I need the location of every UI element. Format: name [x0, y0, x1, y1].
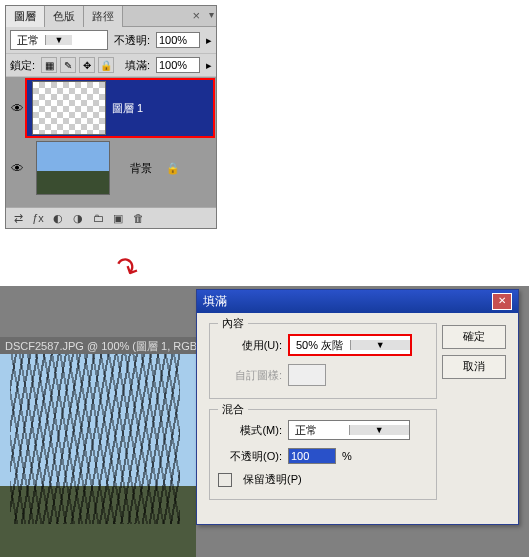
layer-row: 背景 🔒	[26, 139, 214, 197]
canvas-image	[0, 354, 196, 557]
group-label: 內容	[218, 316, 248, 331]
layers-list: 👁 圖層 1 👁 背景 🔒	[6, 77, 216, 207]
content-group: 內容 使用(U): 50% 灰階 ▼ 自訂圖樣:	[209, 323, 437, 399]
panel-menu-icon[interactable]: ▾	[209, 9, 214, 20]
pattern-swatch	[288, 364, 326, 386]
lock-label: 鎖定:	[10, 58, 35, 73]
panel-header: 圖層 色版 路徑 × ▾	[6, 6, 216, 27]
lock-move-icon[interactable]: ✥	[79, 57, 95, 73]
dialog-title: 填滿	[203, 293, 227, 310]
fill-input[interactable]: 100%	[156, 57, 200, 73]
lock-icon: 🔒	[166, 162, 180, 175]
layer-item[interactable]: 👁 背景 🔒	[8, 139, 214, 197]
visibility-icon[interactable]: 👁	[8, 161, 26, 176]
lock-transparent-icon[interactable]: ▦	[41, 57, 57, 73]
ok-button[interactable]: 確定	[442, 325, 506, 349]
chevron-down-icon: ▼	[45, 35, 72, 45]
tab-paths[interactable]: 路徑	[84, 6, 123, 27]
layer-name[interactable]: 背景	[130, 161, 152, 176]
chevron-down-icon: ▼	[350, 340, 411, 350]
cancel-button[interactable]: 取消	[442, 355, 506, 379]
opacity-flyout-icon[interactable]: ▸	[206, 34, 212, 47]
fill-dialog: 填滿 ✕ 確定 取消 內容 使用(U): 50% 灰階 ▼ 自訂圖樣: 混合	[196, 289, 519, 525]
opacity-label: 不透明(O):	[218, 449, 282, 464]
dialog-buttons: 確定 取消	[442, 325, 506, 379]
layer-mask-icon[interactable]: ◐	[48, 210, 68, 226]
tab-channels[interactable]: 色版	[45, 6, 84, 27]
use-value: 50% 灰階	[290, 338, 350, 353]
close-icon[interactable]: ✕	[492, 293, 512, 310]
adjustment-layer-icon[interactable]: ◑	[68, 210, 88, 226]
layer-thumbnail[interactable]	[36, 141, 110, 195]
layer-selected: 圖層 1	[26, 79, 214, 137]
tab-layers[interactable]: 圖層	[6, 6, 45, 27]
dialog-body: 確定 取消 內容 使用(U): 50% 灰階 ▼ 自訂圖樣: 混合 模式(M):	[197, 313, 518, 524]
panel-footer: ⇄ ƒx ◐ ◑ 🗀 ▣ 🗑	[6, 207, 216, 228]
use-select[interactable]: 50% 灰階 ▼	[288, 334, 412, 356]
lock-row: 鎖定: ▦ ✎ ✥ 🔒 填滿: 100% ▸	[6, 54, 216, 77]
opacity-label: 不透明:	[114, 33, 150, 48]
trash-icon[interactable]: 🗑	[128, 210, 148, 226]
chevron-down-icon: ▼	[349, 425, 410, 435]
opacity-input[interactable]: 100	[288, 448, 336, 464]
layer-item[interactable]: 👁 圖層 1	[8, 79, 214, 137]
pattern-label: 自訂圖樣:	[218, 368, 282, 383]
blend-group: 混合 模式(M): 正常 ▼ 不透明(O): 100 % 保留透明(P)	[209, 409, 437, 500]
lock-icons-group: ▦ ✎ ✥ 🔒	[41, 57, 114, 73]
layers-panel: 圖層 色版 路徑 × ▾ 正常 ▼ 不透明: 100% ▸ 鎖定: ▦ ✎ ✥ …	[5, 5, 217, 229]
blend-mode-select[interactable]: 正常 ▼	[10, 30, 108, 50]
arrow-icon: ↷	[109, 249, 144, 289]
fill-label: 填滿:	[125, 58, 150, 73]
blend-row: 正常 ▼ 不透明: 100% ▸	[6, 27, 216, 54]
mode-value: 正常	[289, 423, 349, 438]
layer-thumbnail[interactable]	[32, 81, 106, 135]
fill-flyout-icon[interactable]: ▸	[206, 59, 212, 72]
link-layers-icon[interactable]: ⇄	[8, 210, 28, 226]
dialog-titlebar[interactable]: 填滿 ✕	[197, 290, 518, 313]
layer-style-icon[interactable]: ƒx	[28, 210, 48, 226]
layer-name[interactable]: 圖層 1	[112, 101, 143, 116]
mode-select[interactable]: 正常 ▼	[288, 420, 410, 440]
opacity-input[interactable]: 100%	[156, 32, 200, 48]
blend-mode-value: 正常	[11, 33, 45, 48]
new-layer-icon[interactable]: ▣	[108, 210, 128, 226]
preserve-checkbox[interactable]	[218, 473, 232, 487]
opacity-unit: %	[342, 450, 352, 462]
close-icon[interactable]: ×	[192, 8, 200, 23]
lock-brush-icon[interactable]: ✎	[60, 57, 76, 73]
tree-graphic	[10, 354, 180, 524]
preserve-label: 保留透明(P)	[243, 472, 302, 487]
folder-icon[interactable]: 🗀	[88, 210, 108, 226]
use-label: 使用(U):	[218, 338, 282, 353]
visibility-icon[interactable]: 👁	[8, 101, 26, 116]
lock-all-icon[interactable]: 🔒	[98, 57, 114, 73]
group-label: 混合	[218, 402, 248, 417]
mode-label: 模式(M):	[218, 423, 282, 438]
